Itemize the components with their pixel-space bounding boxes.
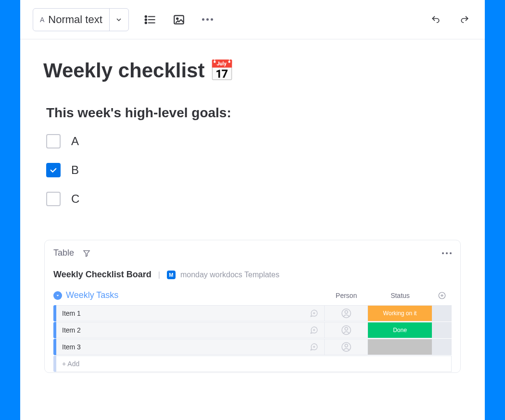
person-cell[interactable] (325, 305, 368, 321)
add-update-icon[interactable] (310, 309, 318, 318)
checklist-item[interactable]: B (46, 163, 462, 177)
bullet-list-icon[interactable] (142, 12, 158, 27)
svg-point-16 (345, 310, 348, 313)
item-name[interactable]: Item 3 (62, 343, 81, 351)
svg-point-24 (345, 344, 348, 347)
row-end (432, 322, 452, 338)
group-name-label: Weekly Tasks (66, 290, 118, 300)
person-cell[interactable] (325, 339, 368, 355)
checkbox[interactable] (46, 192, 61, 206)
checklist-item-label: B (71, 163, 79, 177)
add-update-icon[interactable] (310, 326, 318, 334)
add-update-icon[interactable] (310, 343, 318, 351)
section-heading[interactable]: This week's high-level goals: (43, 105, 462, 121)
add-row[interactable]: + Add (53, 356, 452, 372)
board-title[interactable]: Weekly Checklist Board (53, 270, 152, 280)
checklist-item-label: A (71, 135, 79, 148)
status-label: Working on it (383, 310, 417, 317)
checklist-item[interactable]: A (46, 134, 462, 148)
svg-point-0 (145, 15, 147, 17)
add-column-icon[interactable] (432, 291, 452, 300)
add-row-label: + Add (62, 360, 79, 368)
filter-icon[interactable] (83, 249, 90, 257)
checklist-item[interactable]: C (46, 192, 462, 206)
checkbox[interactable] (46, 163, 61, 177)
item-name[interactable]: Item 2 (62, 326, 81, 334)
column-header-person[interactable]: Person (325, 292, 368, 299)
board-view-tab[interactable]: Table (53, 248, 74, 258)
status-cell[interactable]: Done (368, 322, 432, 338)
editor-toolbar: A Normal text (20, 0, 485, 39)
table-row[interactable]: Item 1 Working on it (53, 305, 452, 321)
svg-point-7 (177, 18, 178, 19)
status-cell[interactable] (368, 339, 432, 355)
collapse-icon[interactable] (53, 291, 62, 300)
undo-icon[interactable] (428, 12, 443, 27)
svg-point-20 (345, 327, 348, 330)
more-options-icon[interactable] (200, 12, 215, 27)
item-name[interactable]: Item 1 (62, 309, 81, 317)
row-end (432, 305, 452, 321)
checklist-item-label: C (71, 192, 79, 206)
status-cell[interactable]: Working on it (368, 305, 432, 321)
person-cell[interactable] (325, 322, 368, 338)
text-style-chevron[interactable] (109, 9, 128, 31)
text-style-label: Normal text (48, 13, 102, 26)
board-more-icon[interactable] (442, 252, 452, 254)
svg-point-2 (145, 19, 147, 20)
column-header-status[interactable]: Status (368, 292, 432, 299)
workspace-name[interactable]: monday workdocs Templates (180, 271, 279, 279)
group-name[interactable]: Weekly Tasks (53, 290, 118, 300)
page-title-text: Weekly checklist (43, 59, 204, 82)
status-label: Done (393, 327, 407, 334)
svg-marker-9 (57, 295, 59, 296)
page-title[interactable]: Weekly checklist 📅 (43, 59, 462, 82)
table-row[interactable]: Item 3 (53, 339, 452, 355)
redo-icon[interactable] (457, 12, 472, 27)
table-row[interactable]: Item 2 Done (53, 322, 452, 338)
calendar-emoji-icon: 📅 (209, 59, 234, 82)
svg-point-4 (145, 22, 147, 23)
text-style-a-icon: A (40, 16, 44, 24)
text-style-selector[interactable]: A Normal text (33, 8, 129, 31)
image-icon[interactable] (171, 12, 187, 27)
embedded-board: Table Weekly Checklist Board | M monday … (44, 240, 461, 373)
row-end (432, 339, 452, 355)
goals-checklist: A B C (43, 134, 462, 206)
separator: | (158, 271, 160, 279)
checkbox[interactable] (46, 134, 61, 148)
board-rows: Item 1 Working on it (45, 305, 460, 372)
workspace-badge-icon: M (167, 271, 176, 279)
svg-marker-8 (84, 250, 89, 256)
